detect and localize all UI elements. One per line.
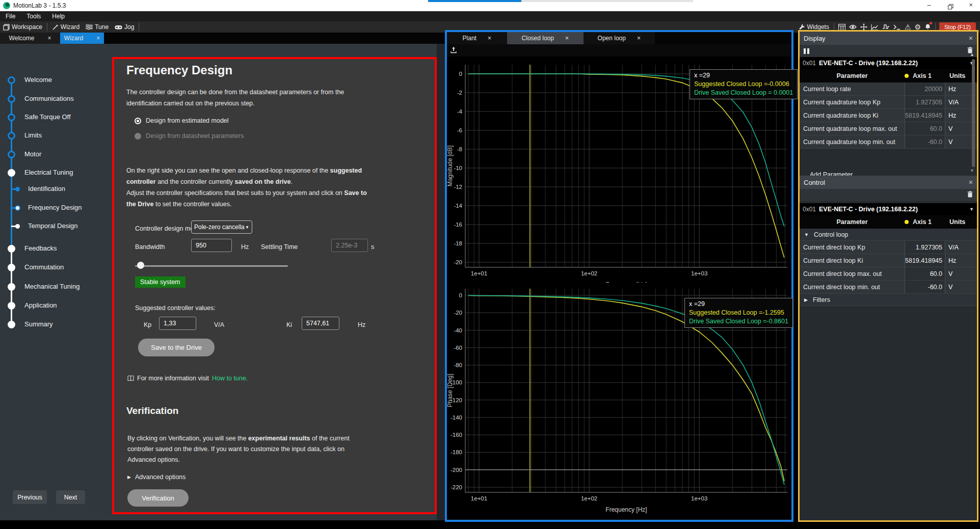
sidebar-item-electrical-tuning[interactable]: Electrical Tuning bbox=[24, 169, 73, 176]
widgets-button[interactable]: Widgets bbox=[796, 23, 832, 31]
sidebar-item-application[interactable]: Application bbox=[24, 301, 57, 309]
method-select[interactable]: Pole-zero cancella ▼ bbox=[191, 220, 252, 234]
scroll-down-icon[interactable]: ▼ bbox=[970, 168, 974, 173]
tab-welcome[interactable]: Welcome× bbox=[0, 33, 60, 44]
value-cell[interactable]: 60.0 bbox=[905, 267, 945, 280]
sidebar-item-safe-torque-off[interactable]: Safe Torque Off bbox=[24, 113, 71, 121]
svg-text:-12: -12 bbox=[454, 184, 462, 190]
group-filters[interactable]: ▶Filters bbox=[800, 294, 977, 306]
step-dot-commutation[interactable] bbox=[8, 264, 15, 271]
tab-close-icon[interactable]: × bbox=[47, 35, 51, 42]
tab-plant[interactable]: Plant× bbox=[447, 32, 507, 44]
chevron-right-icon[interactable]: ▶ bbox=[804, 297, 808, 302]
slider-handle[interactable] bbox=[137, 262, 144, 269]
sidebar-item-mechanical-tuning[interactable]: Mechanical Tuning bbox=[24, 283, 80, 290]
sidebar-item-commutation[interactable]: Commutation bbox=[24, 263, 64, 271]
tune-button[interactable]: Tune bbox=[83, 21, 112, 33]
settling-time-input[interactable]: 2.25e-3 bbox=[331, 239, 368, 252]
trash-icon[interactable] bbox=[967, 191, 973, 199]
step-dot-mechanical-tuning[interactable] bbox=[8, 283, 15, 291]
scroll-up-icon[interactable]: ▲ bbox=[970, 52, 974, 57]
suggested-values-label: Suggested controller values: bbox=[135, 304, 216, 312]
svg-text:-4: -4 bbox=[457, 108, 463, 115]
group-control-loop[interactable]: ▼Control loop bbox=[800, 229, 977, 241]
how-to-tune-link[interactable]: How to tune. bbox=[212, 375, 248, 382]
tab-closed-loop[interactable]: Closed loop× bbox=[507, 32, 584, 44]
monitor-eye-icon[interactable] bbox=[849, 24, 857, 30]
value-cell[interactable]: -60.0 bbox=[905, 281, 945, 293]
tab-open-loop[interactable]: Open loop× bbox=[584, 32, 655, 44]
step-dot-feedbacks[interactable] bbox=[8, 245, 15, 253]
bandwidth-slider[interactable] bbox=[135, 265, 288, 267]
tab-close-icon[interactable]: × bbox=[488, 35, 491, 42]
sidebar-item-frequency-design[interactable]: Frequency Design bbox=[28, 204, 82, 211]
display-header: Display × bbox=[800, 32, 977, 45]
wizard-button[interactable]: Wizard bbox=[49, 21, 83, 33]
kp-label: Kp bbox=[144, 321, 151, 328]
close-icon[interactable]: × bbox=[969, 178, 973, 186]
step-dot-electrical-tuning[interactable] bbox=[8, 169, 15, 177]
display-device-select[interactable]: 0x01 EVE-NET-C - Drive (192.168.2.22) ▼ bbox=[800, 57, 977, 69]
scope-icon[interactable] bbox=[882, 24, 890, 30]
sidebar-item-temporal-design[interactable]: Temporal Design bbox=[28, 222, 78, 230]
sidebar-item-motor[interactable]: Motor bbox=[24, 150, 41, 158]
sidebar-item-summary[interactable]: Summary bbox=[24, 320, 53, 328]
radio-design-datasheet[interactable]: Design from datasheet parameters bbox=[135, 132, 244, 140]
next-button[interactable]: Next bbox=[56, 490, 85, 504]
step-dot-identification[interactable] bbox=[15, 187, 20, 191]
display-widget: Display × 0x01 EVE-NET-C - Drive (192.16… bbox=[800, 32, 977, 149]
ki-input[interactable]: 5747,61 bbox=[302, 317, 339, 330]
scrollbar[interactable] bbox=[972, 59, 975, 167]
close-button[interactable]: × bbox=[962, 0, 979, 11]
tab-wizard[interactable]: Wizard× bbox=[60, 33, 104, 44]
warning-icon[interactable]: ⚠ bbox=[905, 23, 911, 31]
step-dot-motor[interactable] bbox=[8, 151, 15, 158]
value-cell[interactable]: 1.927305 bbox=[905, 241, 945, 254]
step-dot-summary[interactable] bbox=[8, 321, 15, 328]
pause-icon[interactable] bbox=[804, 48, 809, 54]
step-dot-temporal-design[interactable] bbox=[15, 224, 20, 229]
previous-button[interactable]: Previous bbox=[13, 490, 47, 504]
sidebar-item-communications[interactable]: Communications bbox=[24, 95, 74, 102]
move-motion-icon[interactable] bbox=[860, 23, 867, 31]
value-cell[interactable]: 5819.418945 bbox=[905, 254, 945, 267]
export-icon[interactable] bbox=[450, 46, 457, 53]
advanced-options-expander[interactable]: ▶ Advanced options bbox=[127, 474, 186, 481]
tab-close-icon[interactable]: × bbox=[565, 35, 569, 42]
step-dot-frequency-design[interactable] bbox=[15, 205, 20, 211]
verification-button[interactable]: Verification bbox=[127, 489, 189, 507]
jog-button[interactable]: Jog bbox=[112, 21, 137, 33]
restore-button[interactable] bbox=[942, 0, 959, 11]
terminal-icon[interactable] bbox=[893, 24, 901, 30]
chevron-down-icon[interactable]: ▼ bbox=[804, 232, 809, 237]
save-to-drive-button[interactable]: Save to the Drive bbox=[138, 339, 215, 356]
control-device-select[interactable]: 0x01 EVE-NET-C - Drive (192.168.2.22) ▼ bbox=[800, 203, 977, 215]
step-dot-communications[interactable] bbox=[8, 95, 15, 103]
tab-close-icon[interactable]: × bbox=[96, 35, 100, 42]
graph-icon[interactable] bbox=[871, 24, 879, 31]
step-dot-safe-torque-off[interactable] bbox=[8, 114, 15, 121]
sidebar-item-feedbacks[interactable]: Feedbacks bbox=[24, 244, 57, 252]
sidebar-item-limits[interactable]: Limits bbox=[24, 131, 42, 139]
tooltip-series-value: Suggested Closed Loop =-1.2595 bbox=[689, 309, 788, 317]
tab-close-icon[interactable]: × bbox=[637, 35, 641, 42]
sidebar-item-identification[interactable]: Identification bbox=[28, 185, 65, 192]
svg-text:-40: -40 bbox=[454, 327, 462, 333]
close-icon[interactable]: × bbox=[969, 34, 973, 42]
kp-input[interactable]: 1,33 bbox=[159, 317, 196, 330]
menu-file[interactable]: File bbox=[0, 13, 21, 20]
param-cell: Current quadrature loop Kp bbox=[800, 96, 905, 108]
step-dot-welcome[interactable] bbox=[8, 76, 15, 84]
minimize-button[interactable]: – bbox=[920, 0, 938, 11]
sidebar-item-welcome[interactable]: Welcome bbox=[24, 76, 52, 83]
gear-icon[interactable]: ⚙ bbox=[914, 23, 921, 31]
workspace-button[interactable]: Workspace bbox=[0, 21, 45, 33]
menu-tools[interactable]: Tools bbox=[21, 13, 46, 20]
step-dot-limits[interactable] bbox=[8, 132, 15, 140]
bandwidth-input[interactable]: 950 bbox=[191, 239, 232, 252]
menu-help[interactable]: Help bbox=[46, 13, 70, 20]
device-id: 0x01 bbox=[803, 206, 816, 213]
step-dot-application[interactable] bbox=[8, 302, 15, 310]
radio-design-estimated-model[interactable]: Design from estimated model bbox=[135, 117, 229, 124]
registers-table-icon[interactable] bbox=[838, 24, 845, 31]
